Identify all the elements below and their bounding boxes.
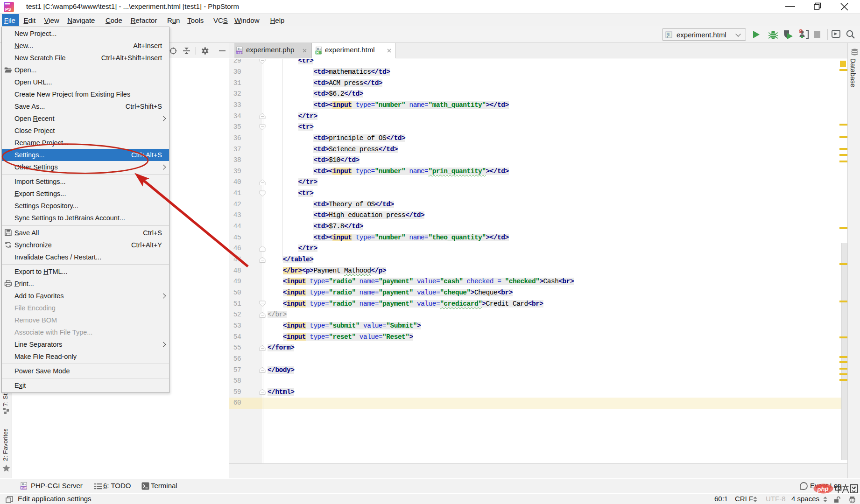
svg-text:php: php: [817, 485, 829, 493]
svg-text:PHP: PHP: [237, 51, 242, 54]
svg-text:PS: PS: [5, 7, 11, 12]
svg-text:PHP: PHP: [21, 487, 27, 490]
svg-text:H: H: [316, 50, 318, 55]
